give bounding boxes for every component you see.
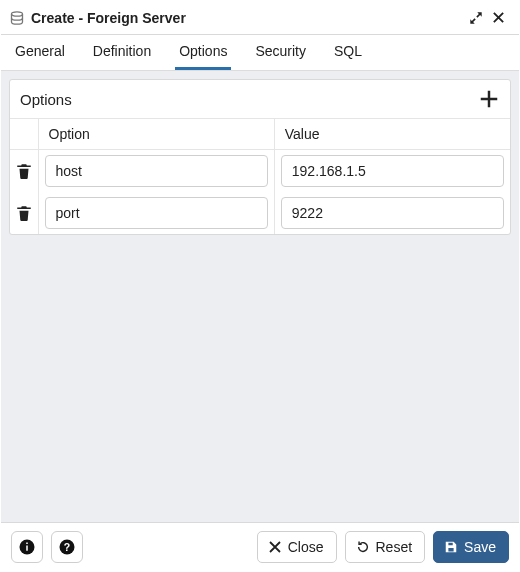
info-button[interactable] <box>11 531 43 563</box>
close-icon <box>492 11 505 24</box>
server-icon <box>9 10 25 26</box>
options-panel-title: Options <box>20 91 72 108</box>
option-value-input[interactable] <box>281 155 504 187</box>
column-header-action <box>10 119 38 150</box>
tab-label: Definition <box>93 43 151 59</box>
close-button[interactable]: Close <box>257 531 337 563</box>
save-button-label: Save <box>464 539 496 555</box>
create-foreign-server-dialog: Create - Foreign Server General Definiti… <box>0 0 520 572</box>
help-icon: ? <box>58 537 76 557</box>
header-close-button[interactable] <box>487 7 509 29</box>
trash-icon <box>15 162 33 180</box>
tab-label: SQL <box>334 43 362 59</box>
option-value-input[interactable] <box>281 197 504 229</box>
options-grid: Option Value <box>10 119 510 234</box>
close-icon <box>268 540 282 554</box>
tab-options[interactable]: Options <box>175 35 231 70</box>
options-panel-header: Options <box>10 80 510 119</box>
table-row <box>10 150 510 193</box>
expand-icon <box>469 11 483 25</box>
tab-label: Options <box>179 43 227 59</box>
help-button[interactable]: ? <box>51 531 83 563</box>
save-button[interactable]: Save <box>433 531 509 563</box>
reset-icon <box>356 540 370 554</box>
delete-row-button[interactable] <box>13 202 35 224</box>
delete-row-button[interactable] <box>13 160 35 182</box>
save-icon <box>444 540 458 554</box>
dialog-footer: ? Close Reset Save <box>1 522 519 571</box>
plus-icon <box>478 88 500 110</box>
dialog-body: Options Option Value <box>1 71 519 522</box>
option-name-input[interactable] <box>45 197 268 229</box>
svg-rect-2 <box>26 546 28 551</box>
dialog-header: Create - Foreign Server <box>1 1 519 35</box>
tab-label: General <box>15 43 65 59</box>
table-row <box>10 192 510 234</box>
dialog-title: Create - Foreign Server <box>31 10 465 26</box>
tab-general[interactable]: General <box>11 35 69 70</box>
tab-sql[interactable]: SQL <box>330 35 366 70</box>
option-name-input[interactable] <box>45 155 268 187</box>
info-icon <box>18 537 36 557</box>
trash-icon <box>15 204 33 222</box>
tab-label: Security <box>255 43 306 59</box>
reset-button-label: Reset <box>376 539 413 555</box>
tab-bar: General Definition Options Security SQL <box>1 35 519 71</box>
tab-security[interactable]: Security <box>251 35 310 70</box>
tab-definition[interactable]: Definition <box>89 35 155 70</box>
svg-point-0 <box>12 11 23 15</box>
column-header-option: Option <box>38 119 274 150</box>
close-button-label: Close <box>288 539 324 555</box>
svg-rect-3 <box>26 543 28 545</box>
reset-button[interactable]: Reset <box>345 531 426 563</box>
column-header-value: Value <box>274 119 510 150</box>
svg-text:?: ? <box>64 541 70 553</box>
expand-button[interactable] <box>465 7 487 29</box>
add-option-button[interactable] <box>478 88 500 110</box>
options-panel: Options Option Value <box>9 79 511 235</box>
